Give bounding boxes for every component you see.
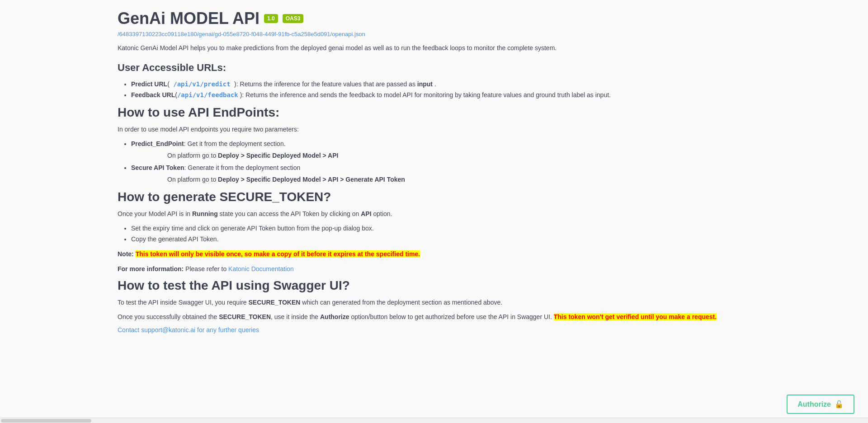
list-item: Predict_EndPoint: Get it from the deploy… bbox=[131, 139, 750, 161]
predict-endpoint-label: Predict_EndPoint bbox=[131, 140, 184, 147]
running-word: Running bbox=[192, 210, 218, 217]
version-badge: 1.0 bbox=[264, 14, 278, 23]
feedback-url-label: Feedback URL bbox=[131, 91, 175, 99]
how-to-use-list: Predict_EndPoint: Get it from the deploy… bbox=[118, 139, 750, 185]
test-intro-line: To test the API inside Swagger UI, you r… bbox=[118, 297, 750, 308]
generate-token-heading: How to generate SECURE_TOKEN? bbox=[118, 190, 750, 204]
list-item: Set the expiry time and click on generat… bbox=[131, 223, 750, 234]
lock-icon: 🔓 bbox=[835, 400, 844, 409]
authorize-btn-container: Authorize 🔓 bbox=[787, 395, 854, 414]
secure-token-word: SECURE_TOKEN bbox=[249, 299, 301, 306]
authorize-label: Authorize bbox=[797, 400, 831, 409]
feedback-url-code: /api/v1/feedback bbox=[177, 91, 238, 99]
api-word: API bbox=[361, 210, 371, 217]
secure-token-label: Secure API Token bbox=[131, 164, 184, 171]
how-to-use-heading: How to use API EndPoints: bbox=[118, 105, 750, 120]
predict-url-code: /api/v1/predict bbox=[170, 80, 234, 88]
secure-token-word2: SECURE_TOKEN bbox=[219, 313, 271, 320]
generate-token-intro: Once your Model API is in Running state … bbox=[118, 209, 750, 220]
api-url-link[interactable]: /6483397130223cc09118e180/genai/gd-055e8… bbox=[118, 31, 750, 38]
input-bold: input bbox=[417, 80, 433, 88]
list-item: Secure API Token: Generate it from the d… bbox=[131, 163, 750, 185]
page-container: GenAi MODEL API 1.0 OAS3 /6483397130223c… bbox=[104, 0, 764, 379]
scrollbar-thumb[interactable] bbox=[1, 419, 91, 423]
predict-url-label: Predict URL bbox=[131, 80, 167, 88]
user-urls-list: Predict URL( /api/v1/predict ): Returns … bbox=[118, 79, 750, 101]
more-info-line: For more information: Please refer to Ka… bbox=[118, 264, 750, 274]
how-to-use-intro: In order to use model API endpoints you … bbox=[118, 124, 750, 135]
authorize-word: Authorize bbox=[320, 313, 349, 320]
oas-badge: OAS3 bbox=[283, 14, 304, 23]
list-item: Feedback URL(/api/v1/feedback ): Returns… bbox=[131, 90, 750, 101]
user-urls-heading: User Accessible URLs: bbox=[118, 62, 750, 74]
note-line: Note: This token will only be visible on… bbox=[118, 249, 750, 259]
page-title: GenAi MODEL API bbox=[118, 9, 259, 28]
list-item: Predict URL( /api/v1/predict ): Returns … bbox=[131, 79, 750, 90]
predict-platform-note: On platform go to Deploy > Specific Depl… bbox=[131, 150, 750, 161]
test-second-line: Once you successfully obtained the SECUR… bbox=[118, 312, 750, 323]
note-highlight: This token will only be visible once, so… bbox=[136, 250, 420, 258]
note-label: Note: bbox=[118, 250, 134, 258]
authorize-button[interactable]: Authorize 🔓 bbox=[787, 395, 854, 414]
intro-text: Katonic GenAi Model API helps you to mak… bbox=[118, 43, 750, 53]
horizontal-scrollbar[interactable] bbox=[0, 418, 868, 423]
how-to-test-heading: How to test the API using Swagger UI? bbox=[118, 278, 750, 293]
warning-highlight: This token won't get verified until you … bbox=[554, 313, 717, 320]
list-item: Copy the generated API Token. bbox=[131, 234, 750, 245]
contact-support-link[interactable]: Contact support@katonic.ai for any furth… bbox=[118, 326, 259, 334]
title-row: GenAi MODEL API 1.0 OAS3 bbox=[118, 9, 750, 28]
secure-platform-note: On platform go to Deploy > Specific Depl… bbox=[131, 174, 750, 185]
katonic-docs-link[interactable]: Katonic Documentation bbox=[228, 265, 294, 273]
more-info-label: For more information: bbox=[118, 265, 184, 273]
generate-steps-list: Set the expiry time and click on generat… bbox=[118, 223, 750, 245]
